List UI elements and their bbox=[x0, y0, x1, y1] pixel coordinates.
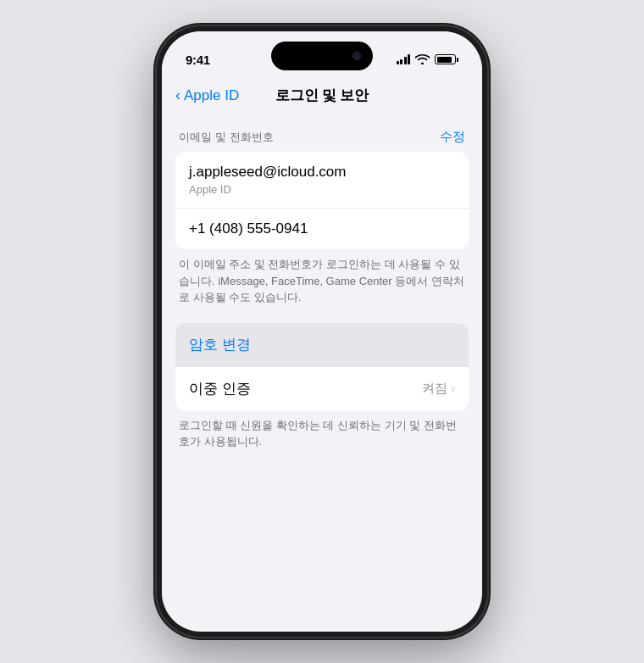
signal-icon bbox=[397, 54, 411, 64]
section1-footer: 이 이메일 주소 및 전화번호가 로그인하는 데 사용될 수 있습니다. iMe… bbox=[162, 249, 482, 323]
status-time: 9:41 bbox=[186, 53, 210, 67]
contact-card: j.appleseed@icloud.com Apple ID +1 (408)… bbox=[175, 152, 469, 249]
two-factor-row[interactable]: 이중 인증 켜짐 › bbox=[175, 366, 469, 410]
email-value: j.appleseed@icloud.com bbox=[189, 164, 455, 181]
content-area: 이메일 및 전화번호 수정 j.appleseed@icloud.com App… bbox=[162, 112, 482, 464]
back-button[interactable]: ‹ Apple ID bbox=[175, 87, 239, 104]
section1-footer-text: 이 이메일 주소 및 전화번호가 로그인하는 데 사용될 수 있습니다. iMe… bbox=[179, 258, 464, 304]
phone-value: +1 (408) 555-0941 bbox=[189, 220, 455, 237]
chevron-right-icon: › bbox=[451, 382, 455, 395]
phone-frame: 9:41 bbox=[157, 26, 487, 637]
two-factor-label: 이중 인증 bbox=[189, 379, 251, 398]
battery-icon bbox=[435, 54, 458, 64]
phone-row[interactable]: +1 (408) 555-0941 bbox=[175, 208, 469, 249]
back-label: Apple ID bbox=[184, 87, 239, 104]
back-chevron-icon: ‹ bbox=[175, 87, 180, 103]
security-card: 암호 변경 이중 인증 켜짐 › bbox=[175, 323, 469, 410]
change-password-row[interactable]: 암호 변경 bbox=[175, 323, 469, 366]
status-icons bbox=[397, 54, 459, 64]
email-sublabel: Apple ID bbox=[189, 183, 455, 196]
section1-header: 이메일 및 전화번호 수정 bbox=[162, 129, 482, 152]
screen: 9:41 bbox=[162, 31, 482, 632]
camera-dot bbox=[353, 52, 361, 60]
email-row[interactable]: j.appleseed@icloud.com Apple ID bbox=[175, 152, 469, 208]
two-factor-value-container: 켜짐 › bbox=[422, 381, 455, 397]
change-password-label: 암호 변경 bbox=[189, 337, 251, 353]
section1-label: 이메일 및 전화번호 bbox=[179, 130, 274, 145]
status-bar: 9:41 bbox=[162, 31, 482, 75]
edit-button[interactable]: 수정 bbox=[440, 129, 465, 145]
two-factor-status: 켜짐 bbox=[422, 381, 447, 397]
nav-bar: ‹ Apple ID 로그인 및 보안 bbox=[162, 75, 482, 112]
section2-footer-text: 로그인할 때 신원을 확인하는 데 신뢰하는 기기 및 전화번호가 사용됩니다. bbox=[179, 419, 457, 448]
nav-title: 로그인 및 보안 bbox=[275, 86, 369, 105]
wifi-icon bbox=[415, 54, 430, 64]
section2-footer: 로그인할 때 신원을 확인하는 데 신뢰하는 기기 및 전화번호가 사용됩니다. bbox=[162, 410, 482, 464]
dynamic-island bbox=[271, 42, 373, 70]
